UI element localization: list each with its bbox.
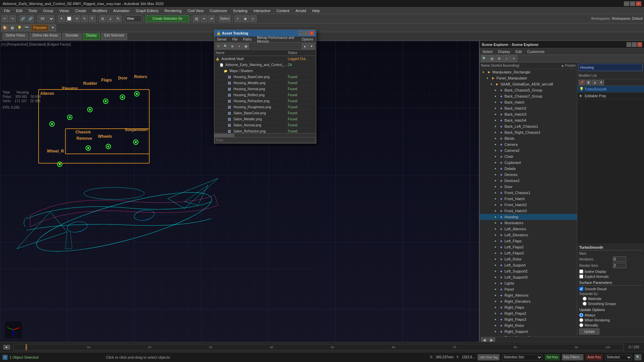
visibility-icon[interactable]: ● bbox=[485, 76, 490, 80]
selected-dropdown[interactable]: Selected bbox=[605, 354, 632, 360]
visibility-icon[interactable]: ● bbox=[493, 124, 498, 129]
auto-key-button[interactable]: Auto Key bbox=[586, 354, 602, 360]
tree-item-back-chassis5-group[interactable]: ● ◈ Back_Chassis5_Group bbox=[480, 87, 577, 93]
visibility-icon[interactable]: ● bbox=[493, 227, 498, 231]
select-label-button[interactable]: Select bbox=[219, 15, 231, 22]
se-menu-customize[interactable]: Customize bbox=[526, 49, 546, 54]
se-search-button[interactable]: 🔍 bbox=[481, 55, 488, 62]
visibility-icon[interactable]: ● bbox=[493, 94, 498, 99]
tree-item-cupboard[interactable]: ● ◈ Cupboard bbox=[480, 160, 577, 166]
visibility-icon[interactable]: ● bbox=[493, 154, 498, 159]
visibility-icon[interactable]: ● bbox=[493, 257, 498, 261]
tree-item-camera2[interactable]: ● ◈ Camera2 bbox=[480, 147, 577, 154]
close-button[interactable]: ✕ bbox=[636, 1, 641, 6]
at-grid-button[interactable]: ⊞ bbox=[229, 43, 235, 49]
menu-file[interactable]: File bbox=[1, 8, 13, 13]
tree-item-left-support[interactable]: ● ◈ Left_Support bbox=[480, 262, 577, 268]
tree-item-camera[interactable]: ● ◈ Camera bbox=[480, 141, 577, 147]
at-row-autodesk-vault[interactable]: 🔒 Autodesk Vault Logged Out... bbox=[214, 56, 316, 62]
at-menu-file[interactable]: File bbox=[231, 37, 239, 42]
redo-button[interactable]: ↪ bbox=[9, 15, 16, 22]
tree-item-front-hatch[interactable]: ● ◈ Front_Hatch bbox=[480, 196, 577, 202]
visibility-icon[interactable]: ● bbox=[481, 70, 486, 74]
visibility-icon[interactable]: ● bbox=[493, 251, 498, 255]
tree-item-front-hatch3[interactable]: ● ◈ Front_Hatch3 bbox=[480, 208, 577, 214]
at-menu-paths[interactable]: Paths bbox=[242, 37, 253, 42]
at-row-housing-basecolor-pn[interactable]: 🖼 Housing_BaseColor.png Found bbox=[214, 74, 316, 80]
iterations-input[interactable] bbox=[613, 256, 626, 262]
at-row-housing-metallic-png[interactable]: 🖼 Housing_Metallic.png Found bbox=[214, 80, 316, 86]
arrow-button[interactable]: ▼ bbox=[49, 24, 56, 31]
se-maximize-button[interactable]: □ bbox=[632, 42, 637, 47]
menu-content[interactable]: Content bbox=[274, 8, 292, 13]
render-setup-button[interactable]: ◉ bbox=[242, 15, 249, 22]
populate-button[interactable]: Populate bbox=[31, 24, 49, 31]
tree-item-left-flaps[interactable]: ● ◈ Left_Flaps bbox=[480, 238, 577, 244]
menu-edit[interactable]: Edit bbox=[13, 8, 25, 13]
mod-up-button[interactable]: ▲ bbox=[592, 80, 598, 85]
visibility-icon[interactable]: ● bbox=[493, 317, 498, 322]
tree-item-blinds[interactable]: ● ◈ Blinds bbox=[480, 135, 577, 141]
menu-scripting[interactable]: Scripting bbox=[230, 8, 250, 13]
tree-item-back-right-chassis1[interactable]: ● ◈ Back_Right_Chassis1 bbox=[480, 129, 577, 135]
define-idle-areas-button[interactable]: Define Idle Areas bbox=[30, 33, 61, 40]
view-input[interactable] bbox=[125, 15, 142, 22]
visibility-icon[interactable]: ● bbox=[493, 100, 498, 105]
scale-button[interactable]: ⇱ bbox=[89, 15, 96, 22]
tree-item-left-ailerons[interactable]: ● ◈ Left_Ailerons bbox=[480, 226, 577, 232]
define-flows-button[interactable]: Define Flows bbox=[3, 33, 28, 40]
edit-selected-button[interactable]: Edit Selected bbox=[101, 33, 127, 40]
selection-filter-select[interactable]: All bbox=[38, 15, 54, 22]
visibility-icon[interactable]: ● bbox=[493, 130, 498, 135]
select-region-button[interactable]: ⬜ bbox=[66, 15, 72, 22]
create-selection-button[interactable]: Create Selection Se bbox=[146, 15, 189, 22]
at-row-airborne-early-warni[interactable]: 📄 Airborne_Early_Warning_and_Control_SE-… bbox=[214, 62, 316, 68]
visibility-icon[interactable]: ● bbox=[493, 323, 498, 328]
visibility-icon[interactable]: ● bbox=[493, 305, 498, 310]
visibility-icon[interactable]: ● bbox=[493, 245, 498, 249]
tree-item-housing[interactable]: ● ◈ Housing bbox=[480, 214, 577, 220]
tree-item-back-hatch[interactable]: ● ◈ Back_Hatch bbox=[480, 99, 577, 105]
at-window-controls[interactable]: — □ ✕ bbox=[299, 31, 314, 36]
window-controls[interactable]: — □ ✕ bbox=[624, 1, 641, 6]
se-window-controls[interactable]: — □ ✕ bbox=[627, 42, 642, 47]
smoothing-groups-radio[interactable] bbox=[583, 302, 587, 306]
menu-tools[interactable]: Tools bbox=[26, 8, 40, 13]
mod-delete-button[interactable]: 🗑 bbox=[586, 80, 591, 85]
menu-rendering[interactable]: Rendering bbox=[162, 8, 184, 13]
search-button[interactable]: 🔍 bbox=[635, 354, 641, 360]
at-row-housing-refraction-p[interactable]: 🖼 Housing_Refraction.png Found bbox=[214, 98, 316, 104]
update-button[interactable]: Update bbox=[579, 328, 599, 335]
at-row-salon-refraction-png[interactable]: 🖼 Salon_Refraction.png Found bbox=[214, 128, 316, 133]
angle-snap-button[interactable]: ∠ bbox=[107, 15, 114, 22]
tree-item-details[interactable]: ● ◈ Details bbox=[480, 166, 577, 172]
selection-set-dropdown[interactable]: Selection Set: bbox=[502, 354, 542, 360]
menu-civil-view[interactable]: Civil View bbox=[185, 8, 206, 13]
menu-graph-editors[interactable]: Graph Editors bbox=[133, 8, 161, 13]
se-filter-button[interactable]: ▤ bbox=[488, 55, 495, 62]
visibility-icon[interactable]: ● bbox=[493, 118, 498, 123]
se-display-button[interactable]: □ bbox=[503, 55, 510, 62]
menu-group[interactable]: Group bbox=[40, 8, 56, 13]
at-table-body[interactable]: 🔒 Autodesk Vault Logged Out... 📄 Airborn… bbox=[214, 56, 316, 133]
visibility-icon[interactable]: ● bbox=[493, 148, 498, 153]
camera-view-button[interactable]: 📷 bbox=[23, 24, 30, 31]
render-button[interactable]: ▷ bbox=[250, 15, 257, 22]
visibility-icon[interactable]: ● bbox=[493, 190, 498, 195]
at-columns-button[interactable]: ▦ bbox=[243, 43, 249, 49]
visibility-icon[interactable]: ● bbox=[493, 221, 498, 225]
mirror-button[interactable]: ⇔ bbox=[201, 15, 207, 22]
menu-create[interactable]: Create bbox=[72, 8, 89, 13]
at-scroll-down-button[interactable]: ▼ bbox=[309, 43, 315, 49]
at-scrollbar-thumb[interactable] bbox=[214, 134, 234, 137]
light-button[interactable]: 💡 bbox=[16, 24, 23, 31]
tree-item-back-hatch4[interactable]: ● ◈ Back_Hatch4 bbox=[480, 117, 577, 123]
at-row-maps---shaders[interactable]: 📁 Maps / Shaders bbox=[214, 68, 316, 74]
set-key-button[interactable]: Set Key bbox=[545, 354, 559, 360]
tree-item-chair[interactable]: ● ◈ Chair bbox=[480, 154, 577, 160]
tree-item-right-flaps3[interactable]: ● ◈ Right_Flaps3 bbox=[480, 316, 577, 322]
se-options-button[interactable]: ≡ bbox=[511, 55, 517, 62]
at-horizontal-scrollbar[interactable] bbox=[214, 133, 316, 137]
at-row-salon-basecolor-png[interactable]: 🖼 Salon_BaseColor.png Found bbox=[214, 110, 316, 116]
visibility-icon[interactable]: ● bbox=[493, 184, 498, 189]
